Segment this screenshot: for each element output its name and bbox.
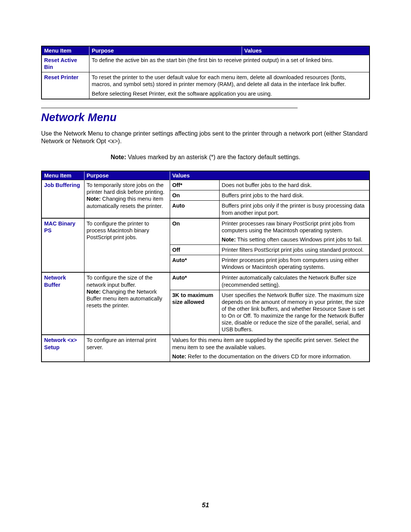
table-row: MAC Binary PS To configure the printer t… bbox=[41, 218, 370, 245]
value-desc-note: Note: This setting often causes Windows … bbox=[222, 236, 367, 243]
menu-item-network-buffer: Network Buffer bbox=[41, 272, 84, 335]
menu-item-job-buffering: Job Buffering bbox=[41, 180, 84, 218]
purpose-p1: To reset the printer to the user default… bbox=[92, 74, 367, 88]
table-row: Network Buffer To configure the size of … bbox=[41, 272, 370, 290]
value-desc: Does not buffer jobs to the hard disk. bbox=[219, 180, 370, 190]
col-values: Values bbox=[242, 46, 370, 55]
value-desc: Buffers print jobs to the hard disk. bbox=[219, 190, 370, 201]
intro-text: Use the Network Menu to change printer s… bbox=[41, 130, 370, 146]
col-menu-item: Menu Item bbox=[41, 46, 89, 55]
value-desc-p1: Printer processes raw binary PostScript … bbox=[222, 220, 367, 234]
col-menu-item: Menu Item bbox=[41, 171, 84, 180]
value-label: Off bbox=[170, 245, 219, 255]
col-purpose: Purpose bbox=[89, 46, 242, 55]
purpose-text: To configure the printer to process Maci… bbox=[84, 218, 170, 273]
value-desc: Printer automatically calculates the Net… bbox=[219, 272, 370, 290]
page-number: 51 bbox=[0, 502, 411, 509]
value-label: On bbox=[170, 190, 219, 201]
col-purpose: Purpose bbox=[84, 171, 170, 180]
purpose-text: To define the active bin as the start bi… bbox=[89, 55, 370, 72]
purpose-p2: Before selecting Reset Printer, exit the… bbox=[92, 90, 367, 97]
page: Menu Item Purpose Values Reset Active Bi… bbox=[0, 0, 411, 532]
menu-item-reset-active-bin: Reset Active Bin bbox=[41, 55, 89, 72]
value-label: Auto bbox=[170, 201, 219, 218]
section-title: Network Menu bbox=[41, 111, 370, 124]
value-label: On bbox=[170, 218, 219, 245]
note-label: Note: bbox=[87, 289, 101, 295]
table-row: Reset Active Bin To define the active bi… bbox=[41, 55, 370, 72]
value-desc: Printer processes print jobs from comput… bbox=[219, 255, 370, 273]
table-row: Job Buffering To temporarily store jobs … bbox=[41, 180, 370, 190]
value-label: 3K to maximum size allowed bbox=[170, 290, 219, 335]
value-desc: Printer filters PostScript print jobs us… bbox=[219, 245, 370, 255]
value-desc: User specifies the Network Buffer size. … bbox=[219, 290, 370, 335]
col-values: Values bbox=[170, 171, 370, 180]
table-row: Reset Printer To reset the printer to th… bbox=[41, 72, 370, 99]
values-p1: Values for this menu item are supplied b… bbox=[172, 337, 367, 350]
purpose-text: To reset the printer to the user default… bbox=[89, 72, 370, 99]
purpose-p1: To temporarily store jobs on the printer… bbox=[87, 182, 165, 195]
reset-table: Menu Item Purpose Values Reset Active Bi… bbox=[41, 46, 370, 99]
value-desc: Buffers print jobs only if the printer i… bbox=[219, 201, 370, 218]
purpose-p1: To configure the size of the network inp… bbox=[87, 275, 153, 288]
value-label: Off* bbox=[170, 180, 219, 190]
purpose-text: To configure the size of the network inp… bbox=[84, 272, 170, 335]
menu-item-reset-printer: Reset Printer bbox=[41, 72, 89, 99]
network-menu-table: Menu Item Purpose Values Job Buffering T… bbox=[41, 171, 370, 362]
factory-note: Note: Values marked by an asterisk (*) a… bbox=[41, 154, 370, 161]
values-note: Note: Refer to the documentation on the … bbox=[172, 353, 367, 360]
section-divider bbox=[41, 108, 298, 108]
table-row: Network <x> Setup To configure an intern… bbox=[41, 335, 370, 361]
purpose-text: To temporarily store jobs on the printer… bbox=[84, 180, 170, 218]
note-text: Values marked by an asterisk (*) are the… bbox=[126, 154, 301, 160]
menu-item-network-setup: Network <x> Setup bbox=[41, 335, 84, 361]
purpose-text: To configure an internal print server. bbox=[84, 335, 170, 361]
value-desc: Values for this menu item are supplied b… bbox=[170, 335, 370, 361]
note-label: Note: bbox=[111, 154, 126, 160]
value-label: Auto* bbox=[170, 272, 219, 290]
value-desc: Printer processes raw binary PostScript … bbox=[219, 218, 370, 245]
note-label: Note: bbox=[87, 196, 101, 202]
menu-item-mac-binary: MAC Binary PS bbox=[41, 218, 84, 273]
value-label: Auto* bbox=[170, 255, 219, 273]
